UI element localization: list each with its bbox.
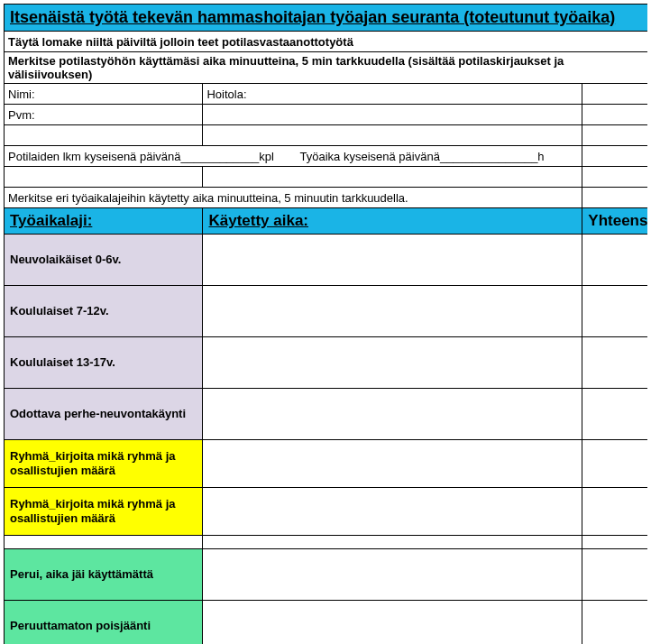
blank-row [5, 125, 648, 146]
time-cell[interactable] [203, 337, 582, 389]
category-row: Neuvolaikäiset 0-6v. [5, 235, 648, 286]
cat-neuvola: Neuvolaikäiset 0-6v. [5, 235, 203, 286]
total-cell[interactable] [582, 549, 647, 601]
empty-cell [203, 125, 582, 146]
cat-peruuttamaton: Peruuttamaton poisjäänti [5, 601, 203, 645]
date-row: Pvm: [5, 105, 648, 125]
pvm-label: Pvm: [5, 105, 203, 125]
hoitola-label: Hoitola: [203, 84, 582, 105]
category-row: Ryhmä_kirjoita mikä ryhmä ja osallistuji… [5, 440, 648, 488]
empty-cell [5, 167, 203, 188]
time-cell[interactable] [203, 549, 582, 601]
empty-cell [582, 84, 647, 105]
empty-cell [582, 536, 647, 549]
category-row: Peruuttamaton poisjäänti [5, 601, 648, 645]
tracking-form-table: Itsenäistä työtä tekevän hammashoitajan … [4, 4, 647, 644]
total-cell[interactable] [582, 440, 647, 488]
instruction-3: Merkitse eri työaikalajeihin käytetty ai… [5, 188, 582, 208]
time-cell[interactable] [203, 235, 582, 286]
empty-cell [5, 536, 203, 549]
form-title: Itsenäistä työtä tekevän hammashoitajan … [5, 5, 648, 32]
category-row: Koululaiset 13-17v. [5, 337, 648, 389]
instruction-row-1: Täytä lomake niiltä päiviltä jolloin tee… [5, 32, 648, 52]
cat-perui: Perui, aika jäi käyttämättä [5, 549, 203, 601]
blank-row [5, 167, 648, 188]
time-cell[interactable] [203, 601, 582, 645]
name-row: Nimi: Hoitola: [5, 84, 648, 105]
empty-cell [582, 188, 647, 208]
nimi-label: Nimi: [5, 84, 203, 105]
empty-cell [582, 146, 647, 167]
instruction-row-3: Merkitse eri työaikalajeihin käytetty ai… [5, 188, 648, 208]
empty-cell [203, 536, 582, 549]
cat-koulu-7-12: Koululaiset 7-12v. [5, 286, 203, 337]
time-cell[interactable] [203, 488, 582, 536]
total-cell[interactable] [582, 286, 647, 337]
total-cell[interactable] [582, 389, 647, 440]
empty-cell [203, 105, 582, 125]
empty-cell [582, 105, 647, 125]
category-row: Koululaiset 7-12v. [5, 286, 648, 337]
empty-cell [582, 125, 647, 146]
category-row: Ryhmä_kirjoita mikä ryhmä ja osallistuji… [5, 488, 648, 536]
header-tyoaikalaji: Työaikalaji: [5, 208, 203, 235]
header-yhteensa: Yhteensä [582, 208, 647, 235]
counts-row: Potilaiden lkm kyseisenä päivänä________… [5, 146, 648, 167]
column-header-row: Työaikalaji: Käytetty aika: Yhteensä [5, 208, 648, 235]
category-row: Odottava perhe-neuvontakäynti [5, 389, 648, 440]
empty-cell [5, 125, 203, 146]
instruction-2: Merkitse potilastyöhön käyttämäsi aika m… [5, 52, 648, 84]
time-cell[interactable] [203, 389, 582, 440]
title-row: Itsenäistä työtä tekevän hammashoitajan … [5, 5, 648, 32]
instruction-1: Täytä lomake niiltä päiviltä jolloin tee… [5, 32, 648, 52]
empty-cell [203, 167, 582, 188]
cat-odottava-perhe: Odottava perhe-neuvontakäynti [5, 389, 203, 440]
cat-ryhma-1: Ryhmä_kirjoita mikä ryhmä ja osallistuji… [5, 440, 203, 488]
counts-text: Potilaiden lkm kyseisenä päivänä________… [5, 146, 582, 167]
total-cell[interactable] [582, 235, 647, 286]
instruction-row-2: Merkitse potilastyöhön käyttämäsi aika m… [5, 52, 648, 84]
category-row: Perui, aika jäi käyttämättä [5, 549, 648, 601]
empty-cell [582, 167, 647, 188]
total-cell[interactable] [582, 337, 647, 389]
time-cell[interactable] [203, 286, 582, 337]
gap-row [5, 536, 648, 549]
cat-ryhma-2: Ryhmä_kirjoita mikä ryhmä ja osallistuji… [5, 488, 203, 536]
total-cell[interactable] [582, 601, 647, 645]
cat-koulu-13-17: Koululaiset 13-17v. [5, 337, 203, 389]
time-cell[interactable] [203, 440, 582, 488]
total-cell[interactable] [582, 488, 647, 536]
header-kaytetty-aika: Käytetty aika: [203, 208, 582, 235]
